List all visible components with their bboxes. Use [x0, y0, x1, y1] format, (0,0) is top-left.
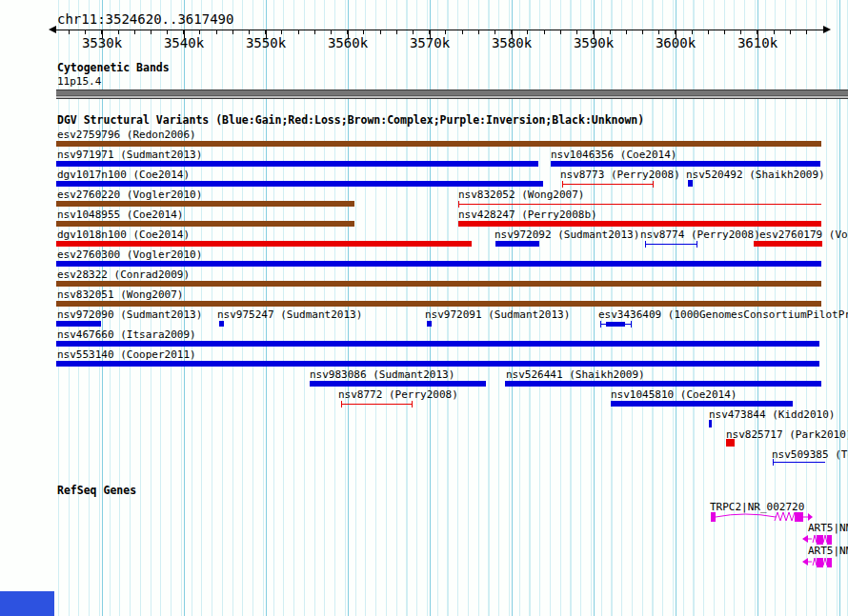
ruler-tick-label: 3530k	[82, 36, 122, 50]
ruler-minor-tick	[774, 30, 775, 34]
variant-label-dgv1017n100[interactable]: dgv1017n100 (Coe2014)	[57, 169, 190, 181]
variant-label-esv2760300[interactable]: esv2760300 (Vogler2010)	[57, 249, 202, 261]
variant-nsv825717[interactable]	[726, 439, 735, 447]
variant-label-nsv8774[interactable]: nsv8774 (Perry2008)	[640, 229, 760, 241]
variant-label-nsv975247[interactable]: nsv975247 (Sudmant2013)	[217, 309, 362, 321]
variant-nsv473844[interactable]	[709, 420, 712, 427]
variant-dgv1018n100[interactable]	[56, 241, 472, 247]
variant-nsv553140[interactable]	[56, 361, 819, 367]
ruler-minor-tick	[413, 30, 414, 34]
variant-label-nsv473844[interactable]: nsv473844 (Kidd2010)	[709, 409, 835, 421]
ruler-minor-tick	[167, 30, 168, 34]
variant-label-nsv971971[interactable]: nsv971971 (Sudmant2013)	[57, 149, 202, 161]
variant-label-nsv825717[interactable]: nsv825717 (Park2010)	[726, 429, 848, 441]
ruler-minor-tick	[692, 30, 693, 34]
gene-glyph-art5[interactable]	[800, 555, 837, 568]
ruler-minor-tick	[740, 30, 741, 34]
ruler-minor-tick	[232, 30, 233, 34]
variant-label-esv28322[interactable]: esv28322 (Conrad2009)	[57, 269, 190, 281]
cytoband-header: Cytogenetic Bands	[57, 62, 170, 74]
ruler-minor-tick	[298, 30, 299, 34]
variant-label-nsv972091[interactable]: nsv972091 (Sudmant2013)	[425, 309, 570, 321]
variant-nsv428247[interactable]	[458, 221, 821, 227]
ruler-minor-tick	[380, 30, 381, 34]
gene-glyph-trpc2[interactable]	[709, 509, 818, 525]
variant-label-nsv832051[interactable]: nsv832051 (Wong2007)	[57, 289, 183, 301]
variant-label-esv2760179[interactable]: esv2760179 (Vogle	[759, 229, 848, 241]
variant-nsv520492[interactable]	[688, 180, 693, 187]
variant-label-nsv8772[interactable]: nsv8772 (Perry2008)	[338, 389, 458, 401]
variant-dgv1017n100[interactable]	[56, 181, 543, 187]
ruler-minor-tick	[363, 30, 364, 34]
ruler-minor-tick	[790, 30, 791, 34]
variant-label-nsv1045810[interactable]: nsv1045810 (Coe2014)	[611, 389, 737, 401]
variant-label-nsv983086[interactable]: nsv983086 (Sudmant2013)	[310, 369, 454, 381]
variant-nsv1046356[interactable]	[551, 161, 820, 167]
gene-glyph-art5[interactable]	[800, 532, 837, 546]
variant-nsv467660[interactable]	[56, 341, 819, 347]
variant-label-esv2759796[interactable]: esv2759796 (Redon2006)	[57, 129, 196, 141]
ruler-minor-tick	[724, 30, 725, 34]
ruler-minor-tick	[495, 30, 495, 34]
variant-nsv971971[interactable]	[56, 161, 538, 167]
ruler-tick-label: 3550k	[246, 36, 286, 50]
variant-label-nsv972090[interactable]: nsv972090 (Sudmant2013)	[57, 309, 202, 321]
region-title: chr11:3524620..3617490	[57, 12, 233, 27]
variant-nsv8772[interactable]	[341, 401, 413, 407]
ruler-minor-tick	[806, 30, 807, 34]
variant-label-nsv553140[interactable]: nsv553140 (Cooper2011)	[57, 349, 196, 361]
ruler-minor-tick	[118, 30, 119, 34]
variant-esv3436409[interactable]	[600, 321, 632, 328]
variant-nsv972092[interactable]	[495, 241, 539, 247]
variant-esv28322[interactable]	[56, 281, 821, 287]
ruler-minor-tick	[199, 30, 200, 34]
ruler-tick-label: 3560k	[328, 36, 368, 50]
variant-nsv972090[interactable]	[56, 321, 101, 327]
ruler-tick-label: 3590k	[574, 36, 614, 50]
variant-label-esv3436409[interactable]: esv3436409 (1000GenomesConsortiumPilotPr…	[598, 309, 848, 321]
variant-esv2760179[interactable]	[754, 241, 822, 247]
variant-label-nsv428247[interactable]: nsv428247 (Perry2008b)	[458, 209, 597, 221]
variant-nsv526441[interactable]	[505, 381, 821, 387]
variant-esv2760220[interactable]	[56, 201, 354, 207]
variant-label-esv2760220[interactable]: esv2760220 (Vogler2010)	[57, 189, 202, 201]
variant-esv2759796[interactable]	[56, 141, 821, 147]
ruler-tick-label: 3600k	[656, 36, 696, 50]
variant-nsv1048955[interactable]	[56, 221, 354, 227]
variant-nsv972091[interactable]	[427, 321, 432, 327]
ruler-minor-tick	[216, 30, 217, 34]
ruler-minor-tick	[331, 30, 332, 34]
variant-nsv983086[interactable]	[310, 381, 486, 387]
variant-esv2760300[interactable]	[56, 261, 821, 267]
variant-nsv832052[interactable]	[458, 201, 821, 208]
dgv-track-header: DGV Structural Variants (Blue:Gain;Red:L…	[57, 114, 644, 127]
ruler-minor-tick	[134, 30, 135, 34]
variant-label-nsv8773[interactable]: nsv8773 (Perry2008)	[560, 169, 680, 181]
variant-label-nsv972092[interactable]: nsv972092 (Sudmant2013)	[495, 229, 639, 241]
cytoband-bar	[56, 89, 848, 99]
variant-nsv832051[interactable]	[56, 301, 821, 307]
ruler-minor-tick	[478, 30, 479, 34]
ruler-minor-tick	[626, 30, 627, 34]
variant-nsv8774[interactable]	[645, 241, 697, 248]
ruler-minor-tick	[642, 30, 643, 34]
variant-label-nsv520492[interactable]: nsv520492 (Shaikh2009)	[686, 169, 825, 181]
ruler-minor-tick	[560, 30, 561, 34]
variant-nsv1045810[interactable]	[611, 401, 793, 407]
ruler-minor-tick	[249, 30, 250, 34]
variant-label-dgv1018n100[interactable]: dgv1018n100 (Coe2014)	[57, 229, 190, 241]
ruler-minor-tick	[445, 30, 446, 34]
variant-label-nsv526441[interactable]: nsv526441 (Shaikh2009)	[506, 369, 645, 381]
variant-nsv975247[interactable]	[219, 321, 224, 327]
ruler-minor-tick	[396, 30, 397, 34]
ruler-minor-tick	[658, 30, 659, 34]
variant-label-nsv1048955[interactable]: nsv1048955 (Coe2014)	[57, 209, 183, 221]
ruler-tick-label: 3540k	[164, 36, 204, 50]
variant-nsv509385[interactable]	[773, 459, 825, 466]
ruler-minor-tick	[708, 30, 709, 34]
variant-label-nsv1046356[interactable]: nsv1046356 (Coe2014)	[551, 149, 676, 161]
variant-label-nsv467660[interactable]: nsv467660 (Itsara2009)	[57, 329, 196, 341]
variant-nsv8773[interactable]	[562, 181, 654, 188]
ruler-minor-tick	[462, 30, 463, 34]
variant-label-nsv832052[interactable]: nsv832052 (Wong2007)	[458, 189, 584, 201]
